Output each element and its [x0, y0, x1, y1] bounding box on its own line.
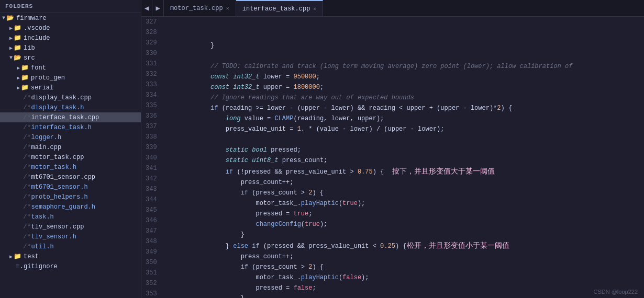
sidebar-item-tlv_sensor_h[interactable]: /* tlv_sensor.h	[0, 232, 141, 242]
folder-icon: 📁	[14, 24, 21, 32]
sidebar-item-vscode[interactable]: ▶📁.vscode	[0, 23, 141, 33]
sidebar-item-font[interactable]: ▶📁font	[0, 63, 141, 73]
tab-motor_task_cpp[interactable]: motor_task.cpp✕	[164, 0, 236, 16]
sidebar-label: serial	[31, 84, 53, 91]
sidebar-item-tlv_sensor_cpp[interactable]: /* tlv_sensor.cpp	[0, 222, 141, 232]
sidebar-item-logger_h[interactable]: /* logger.h	[0, 132, 141, 142]
sidebar-item-include[interactable]: ▶📁include	[0, 33, 141, 43]
sidebar-item-display_task_cpp[interactable]: /* display_task.cpp	[0, 93, 141, 102]
line-number: 351	[146, 268, 157, 278]
sidebar-label: semaphore_guard.h	[31, 203, 95, 211]
tab-interface_task_cpp[interactable]: interface_task.cpp✕	[236, 0, 324, 16]
code-line: if (press_count > 2) {	[165, 188, 644, 198]
sidebar-label: tlv_sensor.h	[31, 233, 76, 240]
sidebar-item-proto_gen[interactable]: ▶📁proto_gen	[0, 73, 141, 83]
sidebar-item-task_h[interactable]: /* task.h	[0, 212, 141, 222]
code-editor[interactable]: 3273283293303313323333343353363373383393…	[141, 17, 644, 298]
code-line: }	[165, 40, 644, 51]
arrow-icon: ▶	[17, 85, 20, 91]
sidebar-item-motor_task_h[interactable]: /* motor_task.h	[0, 162, 141, 172]
sidebar-item-interface_task_cpp[interactable]: /* interface_task.cpp	[0, 112, 141, 122]
code-line	[165, 134, 644, 145]
sidebar-label: font	[31, 64, 46, 72]
code-line: motor_task_.playHaptic(true);	[165, 198, 644, 209]
folder-icon: 📁	[21, 74, 29, 82]
line-number: 332	[146, 69, 157, 79]
arrow-icon: ▶	[17, 75, 20, 81]
sidebar-item-mt6701_sensor_h[interactable]: /* mt6701_sensor.h	[0, 182, 141, 192]
tab-bar: ◀ ▶ motor_task.cpp✕interface_task.cpp✕	[141, 0, 644, 17]
sidebar-label: interface_task.h	[31, 124, 92, 131]
folder-icon: 📁	[14, 34, 21, 42]
sidebar-label: proto_helpers.h	[31, 193, 88, 201]
line-number: 336	[146, 111, 157, 121]
arrow-icon: ▶	[9, 45, 13, 51]
sidebar-header: FOLDERS	[0, 0, 141, 13]
tab-close-icon[interactable]: ✕	[313, 6, 316, 12]
code-line: // TODO: calibrate and track (long term …	[165, 61, 644, 72]
line-number: 329	[146, 38, 157, 48]
sidebar-item-mt6701_sensor_cpp[interactable]: /* mt6701_sensor.cpp	[0, 172, 141, 182]
code-line: const int32_t upper = 1800000;	[165, 82, 644, 93]
sidebar-item-semaphore_guard_h[interactable]: /* semaphore_guard.h	[0, 202, 141, 212]
tab-nav-left[interactable]: ◀	[141, 0, 152, 16]
code-line: press_value_unit = 1. * (value - lower) …	[165, 124, 644, 134]
code-line: changeConfig(true);	[165, 219, 644, 230]
sidebar-item-test[interactable]: ▶📁test	[0, 251, 141, 261]
sidebar-item-serial[interactable]: ▶📁serial	[0, 83, 141, 93]
sidebar-label: util.h	[31, 243, 54, 250]
sidebar-item-lib[interactable]: ▶📁lib	[0, 43, 141, 53]
line-number: 340	[146, 153, 157, 163]
sidebar-item-src[interactable]: ▼📂src	[0, 53, 141, 63]
line-number: 353	[146, 289, 157, 298]
line-number: 327	[146, 17, 157, 27]
arrow-icon: ▼	[2, 15, 5, 21]
sidebar-label: include	[24, 35, 50, 42]
line-number: 337	[146, 121, 157, 132]
sidebar-label: src	[24, 54, 35, 62]
line-number: 347	[146, 226, 157, 236]
sidebar-item-proto_helpers_h[interactable]: /* proto_helpers.h	[0, 192, 141, 202]
sidebar-item-firmware[interactable]: ▼📂firmware	[0, 13, 141, 23]
sidebar-label: lib	[24, 44, 35, 52]
tab-close-icon[interactable]: ✕	[226, 5, 229, 12]
folder-icon: 📂	[14, 54, 21, 62]
line-number: 328	[146, 27, 157, 38]
tab-nav-right[interactable]: ▶	[152, 0, 163, 16]
sidebar-label: firmware	[16, 15, 47, 22]
sidebar-label: motor_task.h	[31, 164, 76, 171]
line-number: 333	[146, 79, 157, 90]
sidebar-label: mt6701_sensor.cpp	[31, 174, 95, 181]
arrow-icon: ▶	[9, 35, 13, 41]
sidebar-label: motor_task.cpp	[31, 154, 84, 161]
line-number: 350	[146, 257, 157, 268]
code-content: } // TODO: calibrate and track (long ter…	[161, 17, 644, 298]
code-line: pressed = true;	[165, 209, 644, 219]
line-number: 330	[146, 48, 157, 59]
sidebar-item-main_cpp[interactable]: /* main.cpp	[0, 142, 141, 152]
line-number: 338	[146, 132, 157, 142]
code-line: // Ignore readings that are way out of e…	[165, 93, 644, 103]
editor-area: ◀ ▶ motor_task.cpp✕interface_task.cpp✕ 3…	[141, 0, 644, 298]
sidebar-label: main.cpp	[31, 144, 62, 151]
code-line: }	[165, 293, 644, 298]
sidebar-label: test	[24, 253, 39, 260]
sidebar-label: mt6701_sensor.h	[31, 184, 88, 191]
sidebar-label: display_task.h	[31, 104, 84, 111]
folder-icon: 📁	[14, 253, 21, 260]
tab-label: motor_task.cpp	[170, 5, 223, 12]
code-line: static bool pressed;	[165, 145, 644, 155]
code-line: press_count++;	[165, 251, 644, 262]
sidebar-item-interface_task_h[interactable]: /* interface_task.h	[0, 122, 141, 132]
sidebar-item-display_task_h[interactable]: /* display_task.h	[0, 102, 141, 112]
sidebar-item-util_h[interactable]: /* util.h	[0, 242, 141, 251]
sidebar-label: tlv_sensor.cpp	[31, 223, 84, 231]
line-number: 346	[146, 215, 157, 226]
annotation-339: 按下，并且形变值大于某一阈值	[384, 167, 495, 175]
sidebar-item-gitignore[interactable]: ≡ .gitignore	[0, 261, 141, 271]
sidebar-item-motor_task_cpp[interactable]: /* motor_task.cpp	[0, 152, 141, 162]
line-number: 352	[146, 278, 157, 289]
code-line: const int32_t lower = 950000;	[165, 72, 644, 82]
tab-list: motor_task.cpp✕interface_task.cpp✕	[164, 0, 324, 16]
line-number: 334	[146, 90, 157, 100]
